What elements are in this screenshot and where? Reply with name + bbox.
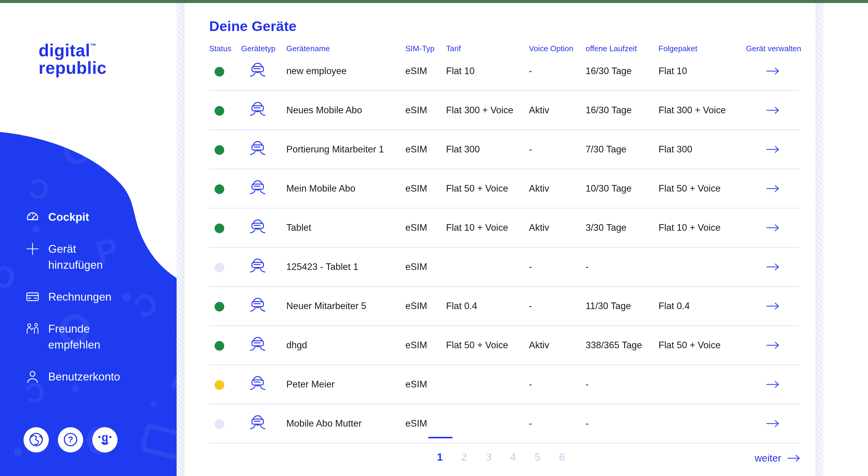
language-globe-button[interactable] [24, 427, 49, 452]
avatar-visor-icon [249, 256, 266, 275]
avatar-visor-icon [249, 413, 266, 432]
svg-text:g: g [101, 431, 108, 443]
brand-line2: republic [38, 59, 107, 76]
manage-device-button[interactable] [764, 222, 781, 234]
voice-option: Aktiv [529, 105, 586, 116]
manage-device-button[interactable] [764, 378, 781, 390]
sidebar-item-label: Freunde empfehlen [48, 321, 124, 353]
avatar-visor-icon [249, 217, 266, 236]
voice-option: - [529, 301, 586, 312]
sidebar-item-benutzerkonto[interactable]: Benutzerkonto [25, 369, 152, 385]
pagination: 123456 [428, 451, 574, 463]
trademark-mark: ™ [90, 42, 96, 49]
manage-device-button[interactable] [764, 183, 781, 195]
manage-device-button[interactable] [764, 65, 781, 77]
brand-logo[interactable]: digital™ republic [38, 41, 107, 76]
folgepaket: Flat 300 + Voice [658, 105, 746, 116]
sim-type: eSIM [405, 183, 446, 194]
sim-type: eSIM [405, 105, 446, 116]
table-row: Neuer Mitarbeiter 5 eSIM Flat 0.4 - 11/3… [209, 287, 799, 326]
status-dot [215, 263, 224, 272]
status-dot [215, 145, 224, 155]
tarif: Flat 50 + Voice [446, 340, 529, 351]
page-number-4[interactable]: 4 [501, 451, 525, 463]
folgepaket: Flat 10 + Voice [658, 222, 746, 233]
next-page-label: weiter [755, 452, 781, 464]
tarif: Flat 300 + Voice [446, 105, 529, 116]
table-row: Mein Mobile Abo eSIM Flat 50 + Voice Akt… [209, 169, 799, 209]
device-name: Mobile Abo Mutter [286, 418, 405, 429]
device-name: 125423 - Tablet 1 [286, 261, 405, 272]
mascot-button[interactable]: g [92, 427, 118, 452]
avatar-visor-icon [249, 100, 266, 118]
help-icon: ? [62, 431, 79, 449]
page-number-3[interactable]: 3 [476, 451, 501, 463]
table-row: dhgd eSIM Flat 50 + Voice Aktiv 338/365 … [209, 326, 799, 365]
voice-option: - [529, 418, 586, 429]
invoice-card-icon [25, 289, 40, 304]
open-laufzeit: 11/30 Tage [586, 301, 658, 312]
manage-device-button[interactable] [764, 418, 781, 430]
manage-device-button[interactable] [764, 300, 781, 312]
avatar-visor-icon [249, 139, 266, 158]
device-name: new employee [286, 66, 405, 76]
avatar-visor-icon [249, 335, 266, 353]
refer-friends-icon [25, 321, 40, 336]
sidebar-item-cockpit[interactable]: Cockpit [25, 209, 152, 225]
next-page-link[interactable]: weiter [755, 452, 801, 464]
brand-line1: digital [38, 41, 90, 60]
sidebar-item-freunde-empfehlen[interactable]: Freunde empfehlen [25, 321, 152, 353]
voice-option: Aktiv [529, 340, 586, 351]
tarif: Flat 50 + Voice [446, 183, 529, 194]
device-name: Peter Meier [286, 379, 405, 390]
open-laufzeit: - [586, 379, 658, 390]
page-number-5[interactable]: 5 [525, 451, 550, 463]
devices-panel: Deine Geräte Status Gerätetyp Gerätename… [184, 0, 815, 476]
left-pattern-strip [177, 0, 184, 476]
table-row: 125423 - Tablet 1 eSIM - - [209, 248, 799, 287]
sidebar-item-rechnungen[interactable]: Rechnungen [25, 289, 152, 305]
sim-type: eSIM [405, 66, 446, 76]
table-row: Neues Mobile Abo eSIM Flat 300 + Voice A… [209, 91, 799, 130]
table-row: Tablet eSIM Flat 10 + Voice Aktiv 3/30 T… [209, 209, 799, 248]
open-laufzeit: - [586, 261, 658, 272]
sim-type: eSIM [405, 222, 446, 233]
right-pattern-strip [815, 0, 824, 476]
voice-option: - [529, 144, 586, 155]
sim-type: eSIM [405, 301, 446, 312]
sim-type: eSIM [405, 144, 446, 155]
user-account-icon [25, 369, 40, 384]
status-dot [215, 341, 224, 351]
manage-device-button[interactable] [764, 339, 781, 351]
manage-device-button[interactable] [764, 104, 781, 116]
manage-device-button[interactable] [764, 261, 781, 273]
device-name: Mein Mobile Abo [286, 183, 405, 194]
sim-type: eSIM [405, 261, 446, 272]
folgepaket: Flat 50 + Voice [658, 340, 746, 351]
device-name: Tablet [286, 222, 405, 233]
device-name: Portierung Mitarbeiter 1 [286, 144, 405, 155]
app-window: C Ɔ O P C O Ɔ P Ɔ O L digital™ republic [0, 0, 868, 476]
tarif: Flat 10 [446, 66, 529, 76]
status-dot [215, 302, 224, 312]
avatar-visor-icon [249, 374, 266, 392]
manage-device-button[interactable] [764, 144, 781, 155]
voice-option: - [529, 379, 586, 390]
avatar-visor-icon [249, 295, 266, 314]
status-dot [215, 67, 224, 76]
page-number-2[interactable]: 2 [452, 451, 476, 463]
help-button[interactable]: ? [58, 427, 83, 452]
sim-type: eSIM [405, 340, 446, 351]
open-laufzeit: 16/30 Tage [586, 66, 658, 76]
folgepaket: Flat 300 [658, 144, 746, 155]
sidebar-item-geraet-hinzufuegen[interactable]: Gerät hinzufügen [25, 241, 152, 273]
tarif: Flat 300 [446, 144, 529, 155]
page-number-6[interactable]: 6 [550, 451, 574, 463]
globe-icon [27, 431, 45, 449]
page-number-1[interactable]: 1 [428, 451, 452, 463]
table-row: Portierung Mitarbeiter 1 eSIM Flat 300 -… [209, 130, 799, 169]
svg-text:?: ? [68, 435, 73, 444]
device-name: dhgd [286, 340, 405, 351]
plus-icon [25, 242, 40, 256]
sidebar-item-label: Rechnungen [48, 289, 112, 305]
